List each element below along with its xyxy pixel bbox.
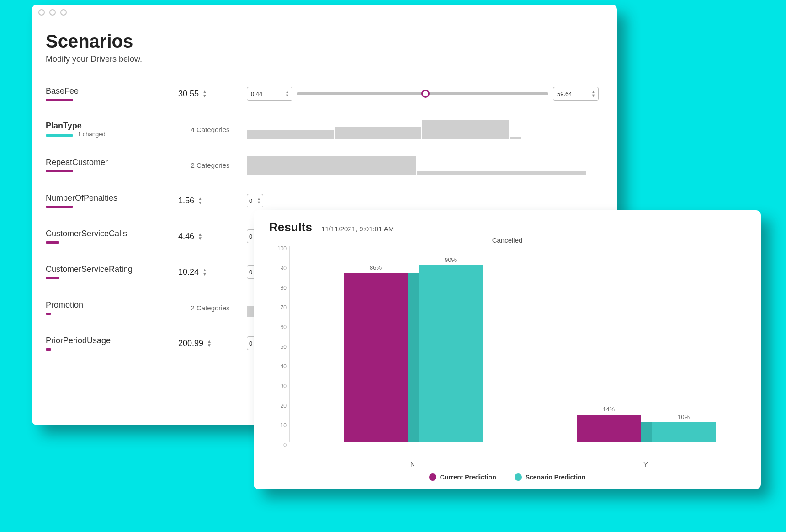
y-tick: 20 — [281, 403, 287, 409]
driver-label: PlanType — [46, 121, 82, 130]
scenarios-title: Scenarios — [46, 31, 603, 52]
chevron-down-icon: ▼ — [198, 201, 202, 205]
driver-label: Promotion — [46, 300, 174, 310]
bar-group — [577, 415, 716, 442]
y-tick: 60 — [281, 324, 287, 330]
legend-swatch-icon — [429, 473, 436, 481]
bar-group — [344, 265, 483, 442]
driver-value: 30.55 — [178, 89, 199, 99]
value-stepper[interactable]: ▲▼ — [202, 90, 207, 98]
chevron-down-icon: ▼ — [285, 94, 289, 97]
chart-title: Cancelled — [269, 236, 745, 244]
driver-label: PriorPeriodUsage — [46, 336, 174, 346]
driver-label: RepeatCustomer — [46, 158, 174, 167]
bar-scenario — [419, 265, 483, 442]
y-tick: 70 — [281, 304, 287, 311]
category-distribution[interactable] — [247, 120, 603, 139]
bar-value-label: 14% — [603, 406, 615, 413]
bar-current — [344, 273, 408, 442]
chart-y-axis: 0102030405060708090100 — [269, 246, 289, 442]
bar-value-label: 90% — [445, 256, 457, 263]
chevron-down-icon: ▼ — [202, 272, 207, 276]
driver-value: 10.24 — [178, 267, 199, 277]
categories-label: 2 Categories — [178, 304, 242, 312]
window-title-bar — [32, 5, 617, 20]
driver-label: NumberOfPenalties — [46, 193, 174, 203]
slider-track[interactable] — [297, 92, 548, 95]
y-tick: 100 — [277, 245, 287, 252]
results-timestamp: 11/11/2021, 9:01:01 AM — [321, 225, 394, 233]
chevron-down-icon: ▼ — [257, 201, 261, 204]
legend-swatch-icon — [515, 473, 522, 481]
results-window: Results 11/11/2021, 9:01:01 AM Cancelled… — [254, 210, 761, 489]
results-chart: 0102030405060708090100 86%90%14%10% — [269, 246, 745, 459]
slider-min-input[interactable]: 0.44 ▲▼ — [247, 87, 292, 101]
legend-item-scenario: Scenario Prediction — [515, 473, 585, 481]
driver-changed-note: 1 changed — [78, 131, 106, 138]
driver-row-basefee: BaseFee 30.55 ▲▼ 0.44 ▲▼ 59.64 ▲▼ — [46, 76, 603, 112]
window-control-dot[interactable] — [38, 9, 45, 16]
categories-label: 2 Categories — [178, 161, 242, 169]
legend-item-current: Current Prediction — [429, 473, 496, 481]
driver-indicator — [46, 99, 73, 101]
driver-row-repeatcustomer: RepeatCustomer 2 Categories — [46, 147, 603, 183]
window-control-dot[interactable] — [49, 9, 56, 16]
chevron-down-icon: ▼ — [207, 344, 212, 347]
bar-scenario — [652, 422, 716, 442]
results-title: Results — [269, 220, 312, 234]
bar-overlap — [408, 273, 419, 442]
slider-max-input[interactable]: 59.64 ▲▼ — [553, 87, 599, 101]
y-tick: 40 — [281, 363, 287, 370]
value-stepper[interactable]: ▲▼ — [198, 233, 202, 240]
driver-value: 4.46 — [178, 232, 194, 241]
bar-overlap — [641, 422, 652, 442]
bar-value-label: 86% — [370, 264, 382, 271]
driver-value: 1.56 — [178, 196, 194, 206]
categories-label: 4 Categories — [178, 126, 242, 133]
y-tick: 0 — [283, 442, 287, 448]
driver-label: CustomerServiceCalls — [46, 229, 174, 239]
driver-label: CustomerServiceRating — [46, 265, 174, 274]
driver-indicator — [46, 134, 73, 137]
driver-indicator — [46, 348, 51, 351]
value-stepper[interactable]: ▲▼ — [202, 268, 207, 276]
bar-current — [577, 415, 641, 442]
y-tick: 50 — [281, 344, 287, 350]
chevron-down-icon: ▼ — [591, 94, 595, 97]
category-distribution[interactable] — [247, 155, 603, 175]
bar-value-label: 10% — [678, 414, 690, 420]
driver-label: BaseFee — [46, 86, 174, 96]
driver-row-plantype: PlanType 1 changed 4 Categories — [46, 112, 603, 147]
slider-min-input[interactable]: 0 ▲▼ — [247, 194, 263, 207]
chevron-down-icon: ▼ — [198, 237, 202, 240]
chart-x-axis: NY — [289, 459, 745, 471]
value-stepper[interactable]: ▲▼ — [207, 340, 212, 347]
y-tick: 30 — [281, 383, 287, 389]
chart-plot-area: 86%90%14%10% — [289, 246, 745, 442]
window-control-dot[interactable] — [60, 9, 67, 16]
scenarios-subtitle: Modify your Drivers below. — [46, 54, 603, 64]
slider-handle[interactable] — [421, 90, 430, 98]
driver-indicator — [46, 241, 59, 244]
driver-indicator — [46, 277, 59, 279]
value-stepper[interactable]: ▲▼ — [198, 197, 202, 205]
driver-indicator — [46, 313, 51, 315]
x-tick-label: Y — [643, 461, 648, 468]
y-tick: 10 — [281, 422, 287, 429]
y-tick: 90 — [281, 265, 287, 271]
y-tick: 80 — [281, 285, 287, 291]
chart-legend: Current Prediction Scenario Prediction — [269, 473, 745, 481]
driver-value: 200.99 — [178, 339, 203, 348]
chevron-down-icon: ▼ — [202, 94, 207, 98]
x-tick-label: N — [410, 461, 415, 468]
driver-indicator — [46, 206, 73, 208]
driver-indicator — [46, 170, 73, 172]
